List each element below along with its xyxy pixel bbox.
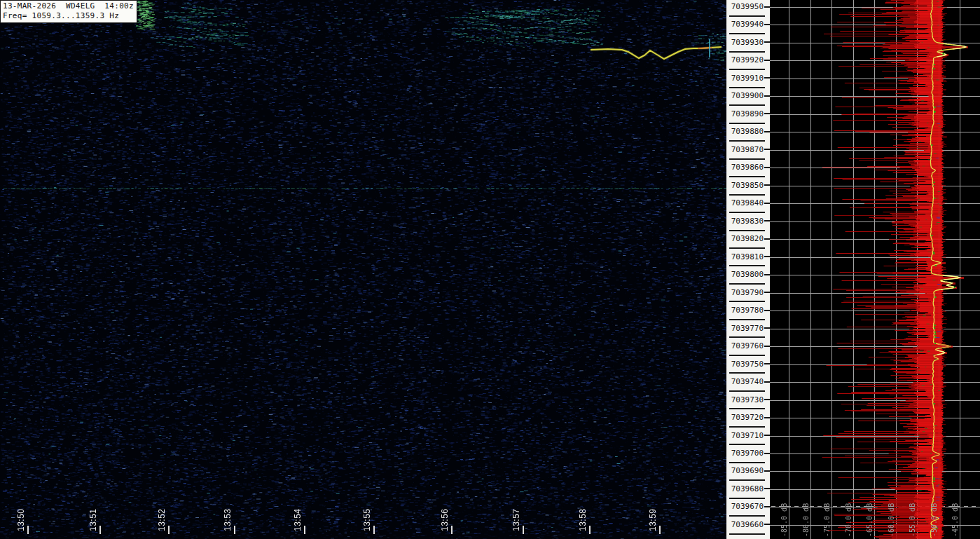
freq-scale-major-tick	[764, 184, 770, 186]
freq-scale-minor-tick	[729, 265, 765, 266]
freq-scale-label: 7039950	[726, 2, 770, 11]
freq-scale-minor-tick	[729, 498, 765, 499]
freq-scale-minor-tick	[729, 533, 765, 535]
freq-scale-value: 7039890	[731, 109, 764, 118]
freq-scale-major-tick	[764, 453, 770, 454]
freq-scale-label: 7039840	[726, 198, 770, 207]
freq-scale-label: 7039900	[726, 91, 770, 100]
freq-scale-value: 7039720	[731, 413, 764, 422]
freq-scale-major-tick	[764, 24, 770, 25]
freq-scale-major-tick	[764, 346, 770, 347]
freq-scale-minor-tick	[729, 15, 765, 17]
freq-scale-major-tick	[764, 435, 770, 436]
freq-scale-minor-tick	[729, 104, 765, 106]
freq-scale-value: 7039760	[731, 341, 764, 350]
info-box: 13-MAR-2026 WD4ELG 14:00z Freq= 1059.3..…	[0, 0, 137, 23]
freq-scale-label: 7039930	[726, 38, 770, 47]
freq-scale-value: 7039690	[731, 466, 764, 475]
freq-scale-label: 7039670	[726, 502, 770, 511]
spectrum-canvas	[770, 0, 980, 539]
freq-scale-value: 7039770	[731, 324, 764, 333]
freq-scale-minor-tick	[729, 319, 765, 320]
freq-scale-major-tick	[764, 417, 770, 418]
freq-scale-value: 7039680	[731, 484, 764, 493]
freq-scale-label: 7039920	[726, 55, 770, 64]
freq-scale-label: 7039830	[726, 217, 770, 226]
freq-scale-value: 7039950	[731, 2, 764, 11]
waterfall-spectrogram-canvas	[0, 0, 726, 539]
frequency-scale: 7039950703994070399307039920703991070399…	[726, 0, 770, 539]
freq-scale-label: 7039660	[726, 520, 770, 529]
info-date-call-time: 13-MAR-2026 WD4ELG 14:00z	[3, 1, 134, 11]
freq-scale-minor-tick	[729, 230, 765, 231]
freq-scale-value: 7039930	[731, 38, 764, 47]
freq-scale-major-tick	[764, 488, 770, 489]
freq-scale-value: 7039820	[731, 234, 764, 243]
freq-scale-major-tick	[764, 506, 770, 507]
freq-scale-label: 7039800	[726, 270, 770, 279]
freq-scale-label: 7039770	[726, 324, 770, 333]
freq-scale-major-tick	[764, 256, 770, 257]
freq-scale-major-tick	[764, 310, 770, 311]
freq-scale-label: 7039860	[726, 163, 770, 172]
freq-scale-minor-tick	[729, 87, 765, 88]
freq-scale-minor-tick	[729, 123, 765, 124]
freq-scale-label: 7039850	[726, 181, 770, 190]
freq-scale-minor-tick	[729, 408, 765, 409]
freq-scale-major-tick	[764, 220, 770, 221]
freq-scale-minor-tick	[729, 355, 765, 356]
freq-scale-major-tick	[764, 95, 770, 97]
freq-scale-label: 7039730	[726, 395, 770, 404]
freq-scale-value: 7039920	[731, 55, 764, 64]
freq-scale-minor-tick	[729, 158, 765, 160]
freq-scale-value: 7039830	[731, 217, 764, 226]
freq-scale-value: 7039800	[731, 270, 764, 279]
freq-scale-label: 7039710	[726, 431, 770, 440]
freq-scale-value: 7039780	[731, 306, 764, 315]
grabber-screen: 13-MAR-2026 WD4ELG 14:00z Freq= 1059.3..…	[0, 0, 980, 539]
freq-scale-major-tick	[764, 113, 770, 114]
freq-scale-value: 7039850	[731, 181, 764, 190]
freq-scale-value: 7039730	[731, 395, 764, 404]
freq-scale-label: 7039810	[726, 252, 770, 261]
freq-scale-value: 7039860	[731, 163, 764, 172]
freq-scale-label: 7039690	[726, 466, 770, 475]
freq-scale-minor-tick	[729, 390, 765, 392]
freq-scale-minor-tick	[729, 33, 765, 34]
freq-scale-label: 7039700	[726, 449, 770, 458]
freq-scale-major-tick	[764, 41, 770, 43]
freq-scale-major-tick	[764, 238, 770, 240]
freq-scale-label: 7039870	[726, 145, 770, 154]
freq-scale-minor-tick	[729, 301, 765, 302]
freq-scale-value: 7039840	[731, 198, 764, 207]
freq-scale-value: 7039670	[731, 502, 764, 511]
freq-scale-minor-tick	[729, 479, 765, 481]
freq-scale-major-tick	[764, 6, 770, 8]
freq-scale-major-tick	[764, 292, 770, 293]
freq-scale-minor-tick	[729, 444, 765, 445]
freq-scale-label: 7039760	[726, 341, 770, 350]
freq-scale-value: 7039710	[731, 431, 764, 440]
freq-scale-minor-tick	[729, 336, 765, 338]
freq-scale-minor-tick	[729, 247, 765, 249]
freq-scale-label: 7039740	[726, 377, 770, 386]
freq-scale-major-tick	[764, 470, 770, 472]
freq-scale-major-tick	[764, 131, 770, 132]
spectrum-panel: -85.0 dB-80.0 dB-75.0 dB-70.0 dB-65.0 dB…	[770, 0, 980, 539]
freq-scale-major-tick	[764, 203, 770, 204]
freq-scale-major-tick	[764, 363, 770, 364]
freq-scale-value: 7039700	[731, 449, 764, 458]
freq-scale-value: 7039940	[731, 20, 764, 29]
freq-scale-label: 7039880	[726, 127, 770, 136]
freq-scale-minor-tick	[729, 462, 765, 463]
freq-scale-major-tick	[764, 149, 770, 150]
freq-scale-major-tick	[764, 524, 770, 525]
freq-scale-minor-tick	[729, 515, 765, 517]
freq-scale-value: 7039660	[731, 520, 764, 529]
freq-scale-value: 7039870	[731, 145, 764, 154]
freq-scale-value: 7039740	[731, 377, 764, 386]
freq-scale-label: 7039680	[726, 484, 770, 493]
freq-scale-label: 7039910	[726, 74, 770, 83]
freq-scale-value: 7039810	[731, 252, 764, 261]
freq-scale-value: 7039910	[731, 74, 764, 83]
